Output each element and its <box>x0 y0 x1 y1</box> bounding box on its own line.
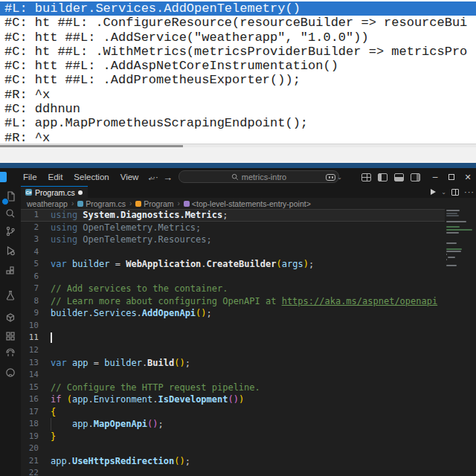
code-line: 6 <box>21 271 445 283</box>
line-number: 17 <box>21 406 39 419</box>
code-line: 7// Add services to the container. <box>21 283 445 295</box>
code-line: 19} <box>21 431 445 443</box>
code-line: 20 <box>21 443 445 455</box>
line-number: 6 <box>21 271 39 283</box>
code-text: { <box>51 406 445 419</box>
console-line[interactable]: #R: ^x <box>0 131 476 144</box>
code-text: builder.Services.AddOpenApi(); <box>51 307 445 320</box>
code-line: 8// Learn more about configuring OpenAPI… <box>21 295 445 308</box>
nav-forward-button[interactable]: → <box>163 172 173 183</box>
run-button[interactable] <box>431 189 436 195</box>
csharp-symbol-icon <box>77 201 83 207</box>
window-top-edge <box>0 163 476 168</box>
split-editor-button[interactable] <box>451 189 459 196</box>
search-text: metrics-intro <box>242 173 287 181</box>
more-actions-button[interactable]: ··· <box>464 187 475 196</box>
console-line[interactable]: #C: ddhnun <box>0 102 476 116</box>
console-line[interactable]: #C: htt ##L: .AddAspNetCoreInstrumentati… <box>0 59 476 73</box>
nav-back-button[interactable]: ← <box>147 172 156 183</box>
csharp-file-icon: C# <box>25 189 32 196</box>
console-output-panel[interactable]: #L: builder.Services.AddOpenTelemetry()#… <box>0 0 476 144</box>
code-text: app.MapOpenApi(); <box>51 418 445 431</box>
activity-bar-github-icon[interactable] <box>0 365 21 380</box>
console-line[interactable]: #C: htt ##L: .AddPrometheusExporter()); <box>0 73 476 87</box>
breadcrumb-label: Program.cs <box>86 199 126 208</box>
menu-selection[interactable]: Selection <box>74 173 109 181</box>
code-line: 17{ <box>21 406 445 419</box>
copilot-menu-button[interactable]: ⌄ <box>326 174 342 181</box>
activity-bar-containers-icon[interactable] <box>0 310 21 325</box>
code-line: 12 <box>21 344 445 357</box>
line-number: 18 <box>21 418 39 431</box>
code-text: } <box>51 431 445 443</box>
breadcrumb-item[interactable]: Program.cs <box>77 199 126 208</box>
customize-layout-button[interactable] <box>361 173 371 181</box>
console-line-selected[interactable]: #L: builder.Services.AddOpenTelemetry() <box>0 1 476 16</box>
breadcrumb-label: Program <box>144 199 173 208</box>
minimap[interactable] <box>446 210 474 476</box>
console-line[interactable]: #C: ht ##L: .WithMetrics(metricsProvider… <box>0 45 476 59</box>
activity-bar-extensions-icon[interactable] <box>0 263 21 278</box>
code-line: 9builder.Services.AddOpenApi(); <box>21 307 445 320</box>
vscode-logo-icon[interactable] <box>0 172 7 182</box>
line-number: 11 <box>21 332 39 344</box>
breadcrumb-item[interactable]: <top-level-statements-entry-point> <box>184 199 311 208</box>
tab-label: Program.cs <box>35 188 75 197</box>
activity-bar-grid-icon[interactable] <box>0 329 21 344</box>
minimap-line <box>446 251 461 252</box>
minimap-line <box>446 210 460 211</box>
window-close-button[interactable]: ✕ <box>460 168 476 186</box>
command-center-search[interactable]: metrics-intro <box>178 170 339 183</box>
activity-bar-explorer-icon[interactable] <box>0 189 21 204</box>
line-number: 9 <box>21 307 39 320</box>
minimap-line <box>446 242 457 244</box>
line-number: 7 <box>21 283 39 295</box>
console-line[interactable]: #C: htt ##L: .AddService("weatherapp", "… <box>0 30 476 45</box>
vscode-window: FileEditSelectionView··· ← → metrics-int… <box>0 168 476 476</box>
console-line[interactable]: #L: app.MapPrometheusScrapingEndpoint(); <box>0 116 476 130</box>
activity-bar-testing-icon[interactable] <box>0 288 21 303</box>
breadcrumb-separator: › <box>71 199 74 208</box>
window-minimize-button[interactable]: – <box>427 168 443 186</box>
chevron-down-icon: ⌄ <box>337 174 342 181</box>
minimap-line <box>446 259 447 260</box>
modified-indicator-dot[interactable] <box>78 190 83 195</box>
line-number: 3 <box>21 234 39 246</box>
menu-edit[interactable]: Edit <box>48 173 63 181</box>
menu-file[interactable]: File <box>23 173 37 181</box>
code-line: 11 <box>21 332 445 344</box>
minimap-line <box>446 221 466 222</box>
breadcrumb-item[interactable]: Program <box>135 199 173 208</box>
code-line: 21app.UseHttpsRedirection(); <box>21 455 445 468</box>
toggle-primary-sidebar-button[interactable] <box>378 173 387 181</box>
window-maximize-button[interactable] <box>443 168 460 186</box>
activity-bar-source-control-icon[interactable] <box>0 224 21 239</box>
minimap-line <box>446 248 462 250</box>
activity-bar-search-icon[interactable] <box>0 206 21 221</box>
tab-program-cs[interactable]: C# Program.cs <box>21 186 88 198</box>
toggle-panel-button[interactable] <box>394 173 404 181</box>
method-symbol-icon <box>184 201 190 207</box>
breadcrumb-item[interactable]: weatherapp <box>27 199 68 208</box>
line-number: 15 <box>21 382 39 394</box>
menu-bar: FileEditSelectionView··· <box>23 168 158 186</box>
console-line[interactable]: #C: ht ##L: .ConfigureResource(resourceB… <box>0 16 476 30</box>
toggle-secondary-sidebar-button[interactable] <box>411 173 420 181</box>
code-text: // Configure the HTTP request pipeline. <box>51 382 445 394</box>
code-text: using OpenTelemetry.Metrics; <box>51 222 445 234</box>
menu-view[interactable]: View <box>120 173 139 181</box>
line-number: 19 <box>21 431 39 443</box>
minimap-line <box>446 213 457 214</box>
line-number: 14 <box>21 369 39 382</box>
console-line[interactable]: #R: ^x <box>0 88 476 102</box>
line-number: 4 <box>21 246 39 259</box>
line-number: 2 <box>21 222 39 234</box>
code-editor[interactable]: 1using System.Diagnostics.Metrics;2using… <box>21 209 445 476</box>
activity-bar-remote-explorer-icon[interactable] <box>0 345 21 360</box>
minimap-line <box>446 215 459 216</box>
code-line: 4 <box>21 246 445 259</box>
code-text: // Add services to the container. <box>51 283 445 295</box>
activity-bar-run-and-debug-icon[interactable] <box>0 243 21 258</box>
line-number: 20 <box>21 443 39 455</box>
run-dropdown-chevron-icon[interactable]: ⌄ <box>441 189 446 196</box>
